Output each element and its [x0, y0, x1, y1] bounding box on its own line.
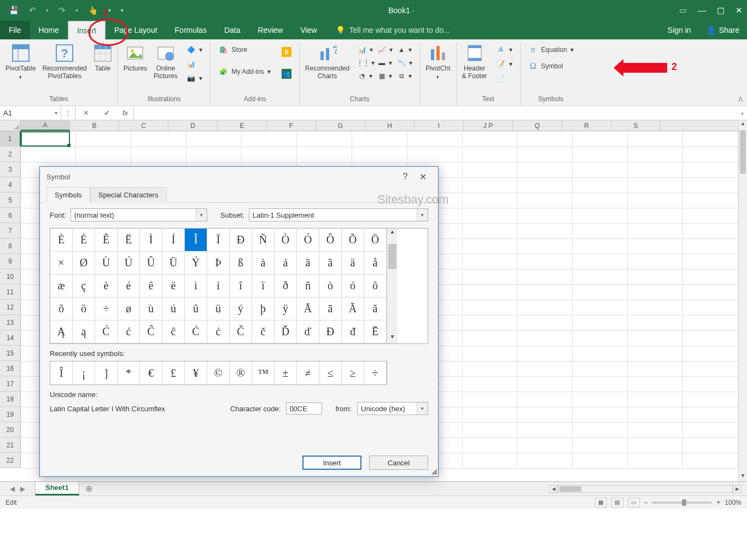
store-button[interactable]: 🛍️Store: [216, 44, 272, 56]
symbol-cell[interactable]: Î: [185, 229, 207, 252]
recent-symbol-cell[interactable]: Î: [50, 361, 73, 384]
symbol-grid-scrollbar[interactable]: ▲▼: [387, 229, 398, 343]
dialog-resize-grip[interactable]: ◢: [431, 466, 437, 475]
symbol-cell[interactable]: Ô: [319, 229, 342, 252]
col-header-A[interactable]: A: [21, 120, 70, 131]
charcode-input[interactable]: 00CE: [286, 402, 322, 415]
symbol-cell[interactable]: Ē: [364, 320, 387, 343]
symbol-cell[interactable]: Č: [230, 320, 252, 343]
col-header-I[interactable]: I: [415, 120, 464, 131]
symbol-cell[interactable]: Ù: [95, 252, 118, 275]
col-header-C[interactable]: C: [119, 120, 168, 131]
col-header-E[interactable]: E: [218, 120, 267, 131]
redo-icon[interactable]: ↷: [59, 5, 66, 15]
symbol-cell[interactable]: Ë: [118, 229, 140, 252]
symbol-cell[interactable]: Ă: [342, 298, 364, 320]
qat-drop-icon[interactable]: ▾: [108, 8, 111, 13]
symbol-cell[interactable]: ×: [50, 252, 73, 275]
symbol-cell[interactable]: Ö: [364, 229, 387, 252]
tab-formulas[interactable]: Formulas: [166, 21, 215, 39]
horizontal-scrollbar[interactable]: ◀▶: [99, 482, 747, 495]
textbox-button[interactable]: A▾: [494, 44, 515, 56]
touch-icon[interactable]: 👆: [88, 5, 98, 15]
myaddins-button[interactable]: 🧩My Add-ins ▾: [216, 66, 272, 78]
tab-data[interactable]: Data: [215, 21, 249, 39]
row-header-9[interactable]: 9: [0, 254, 21, 269]
symbol-cell[interactable]: å: [364, 252, 387, 275]
qat-customize-icon[interactable]: ▾: [121, 8, 124, 13]
symbol-cell[interactable]: ø: [118, 298, 140, 320]
col-header-R[interactable]: R: [562, 120, 611, 131]
undo-icon[interactable]: ↶: [29, 5, 36, 15]
row-header-5[interactable]: 5: [0, 192, 21, 208]
symbol-cell[interactable]: ù: [140, 298, 162, 320]
zoom-slider[interactable]: [652, 501, 712, 504]
symbol-cell[interactable]: é: [118, 275, 140, 298]
symbol-cell[interactable]: í: [207, 275, 230, 298]
dialog-tab-special[interactable]: Special Characters: [90, 187, 167, 203]
row-header-8[interactable]: 8: [0, 238, 21, 254]
tab-insert[interactable]: Insert: [68, 21, 106, 39]
share-button[interactable]: 👤Share: [699, 21, 747, 39]
add-sheet-button[interactable]: ⊕: [79, 482, 99, 495]
symbol-cell[interactable]: Ĉ: [140, 320, 162, 343]
dialog-titlebar[interactable]: Symbol ? ✕: [40, 167, 438, 186]
symbol-cell[interactable]: ċ: [207, 320, 230, 343]
chart-stock-button[interactable]: 📉▾: [395, 57, 414, 69]
recent-symbol-cell[interactable]: ©: [207, 361, 230, 384]
recent-symbol-cell[interactable]: £: [162, 361, 185, 384]
symbol-cell[interactable]: ï: [252, 275, 275, 298]
symbol-cell[interactable]: û: [185, 298, 207, 320]
symbol-cell[interactable]: Ì: [140, 229, 162, 252]
symbol-cell[interactable]: ă: [364, 298, 387, 320]
col-header-B[interactable]: B: [70, 120, 119, 131]
symbol-cell[interactable]: Ċ: [185, 320, 207, 343]
dialog-tab-symbols[interactable]: Symbols: [46, 187, 90, 203]
row-header-20[interactable]: 20: [0, 422, 21, 438]
symbol-cell[interactable]: É: [73, 229, 95, 252]
recent-symbol-cell[interactable]: ¡: [73, 361, 95, 384]
recent-symbol-cell[interactable]: ¥: [185, 361, 207, 384]
symbol-cell[interactable]: ä: [342, 252, 364, 275]
tab-file[interactable]: File: [0, 21, 30, 39]
chart-surface-button[interactable]: ▦▾: [376, 70, 394, 82]
maximize-icon[interactable]: ▢: [717, 5, 725, 15]
symbol-cell[interactable]: Ò: [275, 229, 297, 252]
symbol-cell[interactable]: õ: [50, 298, 73, 320]
col-header-G[interactable]: G: [316, 120, 365, 131]
row-header-19[interactable]: 19: [0, 407, 21, 422]
symbol-cell[interactable]: á: [275, 252, 297, 275]
shapes-button[interactable]: 🔷▾: [184, 44, 205, 56]
recent-symbol-cell[interactable]: *: [118, 361, 140, 384]
row-header-16[interactable]: 16: [0, 361, 21, 376]
tab-pagelayout[interactable]: Page Layout: [106, 21, 166, 39]
row-header-14[interactable]: 14: [0, 330, 21, 346]
tell-me[interactable]: 💡Tell me what you want to do...: [326, 21, 660, 39]
symbol-cell[interactable]: Þ: [207, 252, 230, 275]
cancel-fx-icon[interactable]: ✕: [75, 106, 96, 120]
symbol-cell[interactable]: ĉ: [162, 320, 185, 343]
row-header-21[interactable]: 21: [0, 438, 21, 453]
recent-symbol-cell[interactable]: ≠: [297, 361, 319, 384]
pictures-button[interactable]: Pictures: [124, 44, 147, 72]
recent-symbol-cell[interactable]: €: [140, 361, 162, 384]
symbol-cell[interactable]: è: [95, 275, 118, 298]
symbol-cell[interactable]: ê: [140, 275, 162, 298]
symbol-cell[interactable]: Ï: [207, 229, 230, 252]
symbol-cell[interactable]: î: [230, 275, 252, 298]
col-header-F[interactable]: F: [267, 120, 316, 131]
symbol-cell[interactable]: Ą: [50, 320, 73, 343]
symbol-cell[interactable]: ď: [297, 320, 319, 343]
sheet-prev-icon[interactable]: ◀: [10, 485, 15, 493]
recent-symbol-cell[interactable]: ±: [275, 361, 297, 384]
symbol-cell[interactable]: ô: [364, 275, 387, 298]
symbol-cell[interactable]: Ā: [297, 298, 319, 320]
symbol-button[interactable]: ΩSymbol: [526, 60, 576, 72]
symbol-cell[interactable]: ò: [319, 275, 342, 298]
symbol-cell[interactable]: ñ: [297, 275, 319, 298]
undo-drop-icon[interactable]: ▾: [46, 8, 49, 13]
symbol-cell[interactable]: à: [252, 252, 275, 275]
online-pictures-button[interactable]: Online Pictures: [154, 44, 177, 80]
symbol-cell[interactable]: Õ: [342, 229, 364, 252]
pivottable-button[interactable]: PivotTable▾: [5, 44, 36, 80]
